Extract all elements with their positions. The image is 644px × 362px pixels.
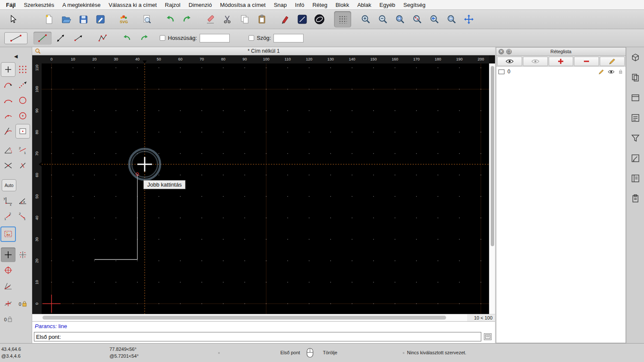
collapse-arrow-icon[interactable]: ◀ <box>0 51 32 62</box>
zoom-pan-icon[interactable] <box>460 11 477 27</box>
save-file-icon[interactable] <box>75 11 92 27</box>
layer-edit-pencil-icon[interactable] <box>598 69 605 75</box>
cut-icon[interactable] <box>219 11 236 27</box>
menu-item[interactable]: Válassza ki a címet <box>109 2 157 8</box>
image-select-tool-button[interactable] <box>1 227 15 241</box>
dock-command-history-icon[interactable] <box>630 113 641 123</box>
edit-layer-pencil-icon[interactable] <box>600 57 625 66</box>
horizontal-scrollbar[interactable] <box>32 314 467 321</box>
layer-row[interactable]: 0 <box>496 67 626 76</box>
zoom-back-icon[interactable] <box>426 11 443 27</box>
circle-center-tool-button[interactable] <box>15 109 30 123</box>
snap-center-button[interactable] <box>1 263 15 278</box>
zoom-auto-icon[interactable] <box>392 11 409 27</box>
menu-item[interactable]: Segítség <box>404 2 425 8</box>
arc-tool-button[interactable] <box>1 93 15 108</box>
command-input[interactable]: Első pont: <box>34 332 481 341</box>
length-input[interactable] <box>200 34 230 42</box>
menu-item[interactable]: Rajzol <box>165 2 180 8</box>
rect-point-tool-button[interactable] <box>15 124 30 139</box>
menu-item[interactable]: Dimenzió <box>188 2 212 8</box>
redo-segment-icon[interactable] <box>136 32 154 45</box>
print-preview-icon[interactable] <box>138 11 155 27</box>
grid-toggle-icon[interactable] <box>334 11 351 27</box>
line-attributes-icon[interactable] <box>294 11 311 27</box>
zoom-out-icon[interactable] <box>374 11 392 27</box>
line-horizontal-icon[interactable] <box>70 32 88 45</box>
menu-item[interactable]: Réteg <box>313 2 328 8</box>
snap-free-button[interactable] <box>1 247 15 262</box>
xy-ortho-tool-button[interactable]: yx <box>1 193 15 208</box>
lock-zero-button[interactable]: 0 <box>15 296 30 311</box>
dock-library-icon[interactable] <box>630 72 641 83</box>
horizontal-scrollbar-thumb[interactable] <box>43 316 446 320</box>
vertical-scrollbar-thumb[interactable] <box>491 66 494 246</box>
angle-a-tool-button[interactable]: a <box>15 193 30 208</box>
new-document-icon[interactable] <box>40 11 58 27</box>
menu-item[interactable]: A megtekintése <box>62 2 100 8</box>
tangent-arc-tool-button[interactable] <box>1 124 15 139</box>
delete-entities-icon[interactable] <box>202 11 219 27</box>
menu-item[interactable]: Blokk <box>335 2 349 8</box>
menu-item[interactable]: Egyéb <box>380 2 395 8</box>
layer-visibility-checkbox[interactable] <box>498 69 504 74</box>
points-grid-tool-button[interactable] <box>15 62 30 77</box>
dock-block-list-icon[interactable] <box>630 52 641 63</box>
cross-line-tool-button[interactable] <box>1 158 15 173</box>
edit-drawing-icon[interactable] <box>92 11 109 27</box>
polyline-icon[interactable] <box>94 32 112 45</box>
zoom-window-icon[interactable] <box>443 11 460 27</box>
arc-center-tool-button[interactable] <box>1 109 15 123</box>
menu-item[interactable]: Ablak <box>357 2 371 8</box>
close-panel-icon[interactable]: ✕ <box>498 49 504 54</box>
auto-snap-button[interactable]: Auto <box>2 179 16 191</box>
snap-angle-button[interactable] <box>1 278 15 293</box>
ellipse-attributes-icon[interactable] <box>311 11 328 27</box>
layer-eye-icon[interactable] <box>608 69 615 75</box>
cursor-arrow-icon[interactable] <box>4 11 21 27</box>
zoom-in-icon[interactable] <box>357 11 374 27</box>
svg-export-icon[interactable]: SVG <box>115 11 132 27</box>
dock-pen-palette-icon[interactable] <box>630 153 641 163</box>
add-layer-plus-icon[interactable] <box>549 57 574 66</box>
order-2-1-tool-button[interactable]: 21 <box>15 209 30 223</box>
open-file-icon[interactable] <box>58 11 75 27</box>
redo-icon[interactable] <box>179 11 196 27</box>
menu-item[interactable]: Szerkesztés <box>24 2 54 8</box>
remove-layer-minus-icon[interactable] <box>574 57 599 66</box>
pen-attributes-icon[interactable] <box>276 11 294 27</box>
menu-item[interactable]: Snap <box>274 2 287 8</box>
hide-all-layers-eye-icon[interactable] <box>523 57 548 66</box>
length-checkbox[interactable] <box>160 35 165 41</box>
two-one-tool-button[interactable]: 21 <box>15 143 30 157</box>
dock-clipboard-icon[interactable] <box>630 193 641 204</box>
circle-tool-button[interactable] <box>15 93 30 108</box>
tick-line-tool-button[interactable] <box>15 158 30 173</box>
document-tab-title[interactable]: * Cím nélkül 1 <box>32 48 495 54</box>
paste-icon[interactable] <box>253 11 270 27</box>
freehand-points-tool-button[interactable] <box>15 78 30 92</box>
menu-item[interactable]: Módosítsa a címet <box>220 2 265 8</box>
copy-icon[interactable] <box>236 11 253 27</box>
angle-lines-tool-button[interactable]: 21 <box>1 143 15 157</box>
current-tool-line-icon[interactable] <box>4 32 27 44</box>
zoom-previous-icon[interactable] <box>409 11 426 27</box>
drawing-canvas[interactable]: Jobb kattintás <box>42 63 489 314</box>
snap-entity-button[interactable] <box>1 296 15 311</box>
vertical-scrollbar[interactable] <box>489 63 495 314</box>
undo-segment-icon[interactable] <box>118 32 136 45</box>
dock-window-icon[interactable] <box>630 93 641 103</box>
menu-item[interactable]: Infó <box>295 2 304 8</box>
undo-icon[interactable] <box>161 11 179 27</box>
relative-zero-button[interactable]: 0 <box>1 312 15 326</box>
menu-item[interactable]: Fájl <box>6 2 15 8</box>
command-options-button[interactable] <box>484 333 492 340</box>
dock-properties-icon[interactable] <box>630 173 641 184</box>
order-1-2-tool-button[interactable]: 12 <box>1 209 15 223</box>
angle-input[interactable] <box>273 34 304 42</box>
dock-selection-filter-icon[interactable] <box>630 133 641 143</box>
line-angle-icon[interactable] <box>52 32 70 45</box>
snap-grid-button[interactable] <box>15 247 30 262</box>
point-tool-button[interactable] <box>1 62 15 77</box>
line-two-points-icon[interactable] <box>33 32 52 45</box>
